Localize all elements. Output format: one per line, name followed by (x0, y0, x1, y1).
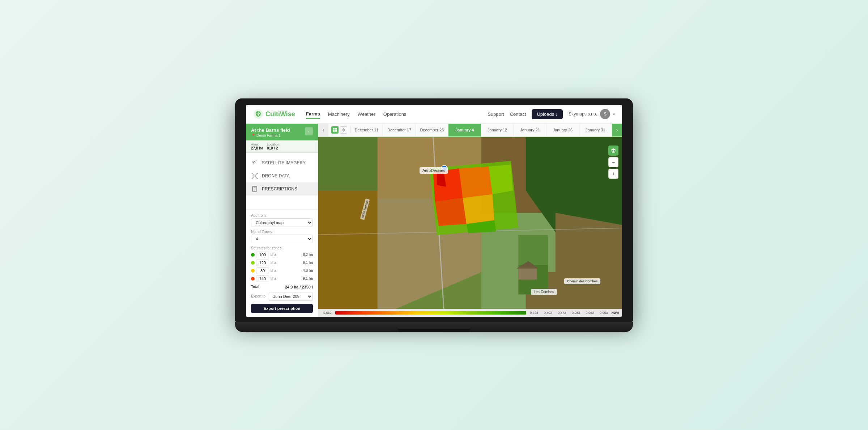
uploads-button[interactable]: Uploads ↓ (532, 109, 563, 119)
date-dec17[interactable]: December 17 (383, 124, 416, 136)
sidebar-menu: SATELLITE IMAGERY (246, 153, 318, 210)
map-controls: − + (608, 146, 618, 179)
zone-row-1: l/ha 8,2 ha (251, 252, 313, 258)
sidebar: At the Barns field 📍 Demo Farma 1 ‹ Area… (246, 124, 318, 317)
location-pin-icon: 📍 (251, 134, 255, 138)
drone-label: DRONE DATA (262, 173, 290, 178)
svg-marker-36 (489, 164, 513, 194)
zone-unit-1: l/ha (271, 253, 276, 257)
nav-farms[interactable]: Farms (306, 110, 320, 119)
layers-button[interactable] (608, 146, 618, 156)
zone-input-4[interactable] (256, 275, 269, 282)
zone-input-3[interactable] (256, 267, 269, 274)
add-from-select[interactable]: Chlorophyl map (251, 218, 313, 227)
zone-dot-4 (251, 277, 255, 281)
svg-rect-44 (333, 130, 335, 132)
user-avatar: S (600, 109, 610, 119)
satellite-toggle-icon[interactable] (340, 126, 347, 134)
svg-point-13 (257, 178, 258, 179)
drone-icon (251, 172, 258, 180)
date-jan26[interactable]: January 26 (546, 124, 579, 136)
export-to-select[interactable]: John Deer 209 (269, 292, 313, 301)
map-area[interactable]: ‹ December 11 (318, 124, 622, 317)
svg-marker-34 (435, 198, 467, 226)
field-title: At the Barns field (251, 127, 290, 133)
date-jan12[interactable]: January 12 (481, 124, 514, 136)
zone-area-2: 6,1 ha (303, 261, 313, 265)
nav-weather[interactable]: Weather (358, 110, 375, 118)
nav-machinery[interactable]: Machinery (328, 110, 350, 118)
svg-marker-19 (318, 190, 378, 317)
ndvi-val-7: 0,963 (597, 311, 610, 315)
field-stats: Area: 27,8 ha Location: 010 / 2 (246, 140, 318, 153)
prescriptions-panel: Add from: Chlorophyl map No. of Zones: 4 (246, 210, 318, 317)
ndvi-val-5: 0,983 (570, 311, 582, 315)
sidebar-item-prescriptions[interactable]: PRESCRIPTIONS (246, 182, 318, 195)
svg-point-11 (257, 173, 258, 174)
date-jan31[interactable]: January 31 (579, 124, 612, 136)
svg-point-5 (254, 175, 256, 177)
main-content: At the Barns field 📍 Demo Farma 1 ‹ Area… (246, 124, 622, 317)
field-header: At the Barns field 📍 Demo Farma 1 ‹ (246, 124, 318, 140)
svg-point-12 (252, 178, 253, 179)
area-stat: Area: 27,8 ha (251, 143, 263, 150)
laptop-base (235, 322, 633, 332)
user-name: Skymaps s.r.o. (569, 111, 597, 117)
ndvi-val-2: 0,724 (528, 311, 540, 315)
satellite-icon (251, 159, 258, 166)
scale-gradient (335, 311, 527, 315)
export-to-row: Export to: John Deer 209 (251, 292, 313, 301)
add-from-label: Add from: (251, 214, 313, 218)
user-area[interactable]: Skymaps s.r.o. S ▾ (569, 109, 615, 119)
timeline-prev-btn[interactable]: ‹ (318, 124, 328, 136)
svg-marker-23 (318, 137, 378, 190)
zone-unit-4: l/ha (271, 277, 276, 281)
total-value: 24,9 ha / 2350 l (285, 285, 313, 289)
map-background (318, 124, 622, 317)
ndvi-val-4: 0,873 (556, 311, 568, 315)
contact-link[interactable]: Contact (510, 111, 526, 117)
date-jan21[interactable]: January 21 (514, 124, 546, 136)
timeline-next-btn[interactable]: › (612, 124, 622, 136)
location-stat: Location: 010 / 2 (267, 143, 280, 150)
support-link[interactable]: Support (488, 111, 504, 117)
les-combes-label: Les Combes (531, 289, 557, 295)
zone-dot-3 (251, 269, 255, 273)
zone-dot-2 (251, 261, 255, 265)
map-toggle-icon[interactable] (331, 126, 339, 134)
field-subtitle: 📍 Demo Farma 1 (251, 134, 290, 138)
svg-rect-28 (518, 235, 548, 265)
svg-rect-43 (335, 128, 337, 130)
svg-point-10 (252, 173, 253, 174)
nav-operations[interactable]: Operations (383, 110, 407, 118)
date-dec11[interactable]: December 11 (350, 124, 383, 136)
zones-row: No. of Zones: 4 (251, 230, 313, 243)
zones-label: No. of Zones: (251, 230, 313, 234)
zones-select[interactable]: 4 (251, 235, 313, 243)
nav-links: Farms Machinery Weather Operations (306, 110, 488, 119)
zone-row-2: l/ha 6,1 ha (251, 260, 313, 266)
ndvi-val-3: 0,802 (542, 311, 554, 315)
zoom-in-button[interactable]: + (608, 169, 618, 179)
export-to-label: Export to: (251, 294, 267, 298)
back-button[interactable]: ‹ (305, 127, 313, 135)
zone-input-2[interactable] (256, 260, 269, 266)
svg-rect-42 (333, 128, 335, 130)
total-label: Total: (251, 285, 260, 289)
zoom-out-button[interactable]: − (608, 157, 618, 167)
nav-right: Support Contact Uploads ↓ Skymaps s.r.o.… (488, 109, 615, 119)
ndvi-scale-bar: 0,632 0,724 0,802 0,873 0,983 0,963 0,96… (318, 309, 622, 317)
zone-row-4: l/ha 9,1 ha (251, 275, 313, 282)
sidebar-item-drone[interactable]: DRONE DATA (246, 169, 318, 182)
export-prescription-button[interactable]: Export prescription (251, 304, 313, 313)
zone-input-1[interactable] (256, 252, 269, 258)
date-dec26[interactable]: December 26 (416, 124, 448, 136)
ndvi-label: NDVI (611, 311, 619, 315)
date-timeline: ‹ December 11 (318, 124, 622, 137)
logo-text: CultiWise (265, 110, 295, 118)
date-jan4[interactable]: January 4 (448, 124, 481, 136)
svg-rect-45 (335, 130, 337, 132)
svg-marker-35 (463, 194, 494, 224)
total-row: Total: 24,9 ha / 2350 l (251, 285, 313, 289)
sidebar-item-satellite[interactable]: SATELLITE IMAGERY (246, 156, 318, 169)
